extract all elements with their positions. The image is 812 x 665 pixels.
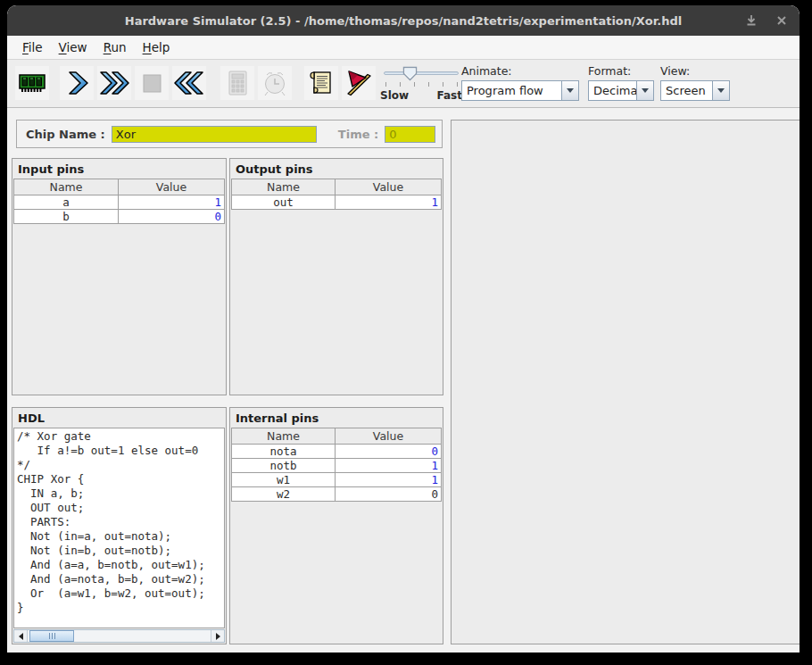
hdl-code-view[interactable]: /* Xor gate If a!=b out=1 else out=0*/CH… [13,428,225,628]
internal-pins-table: Name Value nota0notb1w11w20 [231,428,442,502]
animate-dropdown[interactable]: Program flow [461,80,579,101]
menu-item-file[interactable]: File [14,37,51,57]
column-header-name: Name [232,179,336,195]
pin-row-b: b0 [14,210,225,224]
menu-item-help[interactable]: Help [135,37,178,57]
reset-button[interactable] [172,66,206,100]
input-pins-panel: Input pins Name Value a1b0 [12,158,227,395]
hdl-code-line: IN a, b; [17,486,224,501]
view-dropdown-value: Screen [661,81,712,100]
pin-name-cell: w1 [232,473,336,487]
view-dropdown[interactable]: Screen [660,80,730,101]
hdl-code-line: /* Xor gate [17,429,224,444]
output-pins-panel: Output pins Name Value out1 [229,158,443,395]
hdl-code-line: Or (a=w1, b=w2, out=out); [17,586,224,601]
pin-row-w1: w11 [232,473,442,487]
pin-row-out: out1 [232,195,442,210]
toolbar-buttons [15,66,379,100]
pin-row-notb: notb1 [232,459,442,473]
output-pins-table: Name Value out1 [231,179,442,210]
format-dropdown-group: Format: Decimal [588,64,654,101]
column-header-name: Name [14,179,119,195]
hdl-title: HDL [12,408,226,428]
view-label: View: [660,64,730,78]
pin-name-cell: w2 [232,487,336,502]
view-dropdown-group: View: Screen [660,64,730,101]
speed-slider[interactable]: Slow Fast [380,65,462,102]
column-header-value: Value [336,179,442,195]
window-title: Hardware Simulator (2.5) - /home/thomas/… [125,14,683,28]
pin-name-cell: a [14,195,119,210]
hdl-code-line: If a!=b out=1 else out=0 [17,444,224,458]
script-button[interactable] [304,66,338,100]
menu-bar: FileViewRunHelp [7,36,800,60]
internal-pins-title: Internal pins [230,408,443,428]
menu-item-view[interactable]: View [51,37,95,57]
animate-dropdown-value: Program flow [462,81,561,100]
scrollbar-thumb[interactable] [29,630,74,642]
calculator-button [220,66,254,100]
pin-name-cell: b [14,210,119,224]
column-header-value: Value [336,428,442,445]
format-dropdown-value: Decimal [589,81,636,100]
breakpoints-button[interactable] [342,66,376,100]
pin-row-a: a1 [14,195,225,210]
pin-value-cell[interactable]: 1 [336,459,442,473]
chevron-down-icon[interactable] [561,81,578,100]
pin-value-cell[interactable]: 0 [119,210,225,224]
hdl-code-line: CHIP Xor { [17,472,224,486]
pin-value-cell[interactable]: 0 [336,487,442,502]
hdl-code-line: And (a=a, b=notb, out=w1); [17,558,224,572]
pin-value-cell[interactable]: 0 [336,445,442,459]
pin-name-cell: out [232,195,336,210]
pin-value-cell[interactable]: 1 [336,195,442,210]
pin-row-w2: w20 [232,487,442,502]
hdl-code-line: OUT out; [17,501,224,515]
chevron-down-icon[interactable] [636,81,653,100]
window-controls [742,5,791,36]
single-step-button[interactable] [60,66,94,100]
format-dropdown[interactable]: Decimal [588,80,654,101]
pin-row-nota: nota0 [232,445,442,459]
scroll-right-icon[interactable] [211,630,224,642]
screen-view-panel [451,120,800,644]
column-header-name: Name [232,428,336,445]
scroll-left-icon[interactable] [14,630,28,642]
pin-value-cell[interactable]: 1 [119,195,225,210]
slider-slow-label: Slow [380,89,409,102]
time-field: 0 [385,126,435,143]
hdl-code-line: Not (in=b, out=notb); [17,544,224,558]
animate-dropdown-group: Animate: Program flow [461,64,579,101]
close-icon[interactable] [773,12,791,29]
slider-track[interactable] [384,71,459,75]
run-button[interactable] [97,66,131,100]
chevron-down-icon[interactable] [712,81,729,100]
main-content: Chip Name : Xor Time : 0 Input pins Name… [7,108,800,652]
menu-item-run[interactable]: Run [95,37,135,57]
clock-button [258,66,292,100]
hdl-panel: HDL /* Xor gate If a!=b out=1 else out=0… [12,407,227,644]
output-pins-title: Output pins [230,159,443,179]
stop-button [135,66,169,100]
chip-name-bar: Chip Name : Xor Time : 0 [16,120,443,148]
minimize-icon[interactable] [742,12,760,29]
input-pins-title: Input pins [12,159,226,179]
hdl-code-line: Not (in=a, out=nota); [17,529,224,544]
hdl-horizontal-scrollbar[interactable] [13,629,225,643]
pin-value-cell[interactable]: 1 [336,473,442,487]
title-bar: Hardware Simulator (2.5) - /home/thomas/… [7,5,800,36]
pin-name-cell: nota [232,445,336,459]
hdl-code-line: } [17,601,224,615]
column-header-value: Value [119,179,225,195]
chip-name-field[interactable]: Xor [112,126,317,143]
time-label: Time : [338,128,378,141]
load-chip-button[interactable] [15,66,49,100]
app-window: Hardware Simulator (2.5) - /home/thomas/… [7,5,800,653]
chip-name-label: Chip Name : [26,128,105,141]
toolbar: Slow Fast Animate: Program flow Format: … [7,60,800,108]
slider-ticks [385,82,457,88]
hdl-code-line: And (a=nota, b=b, out=w2); [17,572,224,586]
animate-label: Animate: [461,64,579,78]
pin-name-cell: notb [232,459,336,473]
hdl-code-line: */ [17,458,224,472]
